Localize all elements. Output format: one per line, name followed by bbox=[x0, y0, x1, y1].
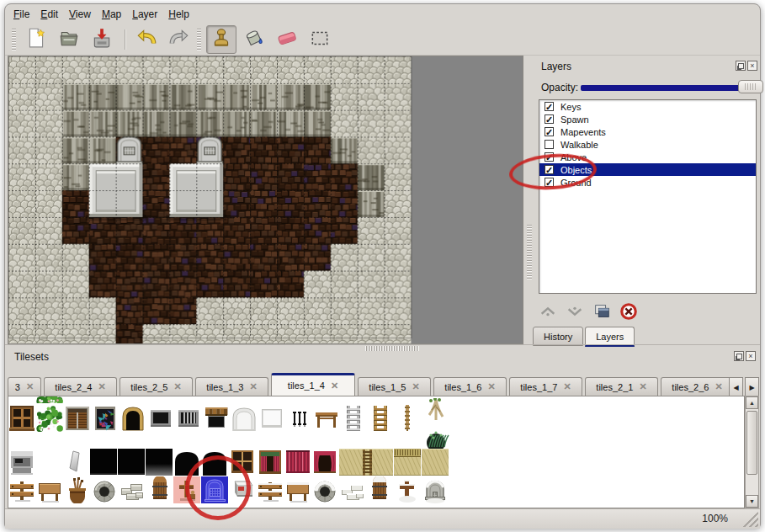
tileset-tab-tiles_2_6[interactable]: tiles_2_6✕ bbox=[661, 377, 734, 396]
select-tool-button[interactable] bbox=[305, 25, 335, 54]
toolbar-drag-handle[interactable] bbox=[197, 29, 201, 51]
tileset-tile-roots[interactable] bbox=[422, 398, 449, 425]
tileset-tile-white-arch[interactable] bbox=[231, 405, 258, 432]
tileset-tile-stone-chip[interactable] bbox=[62, 449, 89, 476]
tileset-tab-tiles_2_4[interactable]: tiles_2_4✕ bbox=[44, 377, 117, 396]
tileset-tile-board-sign[interactable] bbox=[36, 476, 63, 503]
tileset-tile-gold-arch-window[interactable] bbox=[120, 405, 146, 432]
tileset-tile-iron-bars[interactable] bbox=[286, 405, 313, 432]
tileset-tab-tiles_1_6[interactable]: tiles_1_6✕ bbox=[433, 377, 507, 396]
tileset-tile-small-dark-window[interactable] bbox=[147, 405, 174, 432]
layer-row[interactable]: ✓Spawn bbox=[539, 113, 756, 125]
tileset-tile-stone-block[interactable] bbox=[229, 476, 256, 503]
tileset-tile-red-curtain[interactable] bbox=[284, 449, 311, 476]
tileset-tile-shuttered-window[interactable] bbox=[64, 405, 91, 432]
menu-item-map[interactable]: Map bbox=[100, 7, 130, 22]
layer-checkbox[interactable]: ✓ bbox=[545, 102, 554, 111]
tileset-tile-snowy-barrel[interactable] bbox=[366, 476, 393, 503]
layer-row[interactable]: ✓Mapevents bbox=[539, 125, 756, 138]
tab-scroll-left-button[interactable]: ◀ bbox=[729, 377, 743, 397]
tab-close-icon[interactable]: ✕ bbox=[715, 381, 722, 392]
layer-row[interactable]: ✓Keys bbox=[539, 100, 756, 113]
objects-layer-row[interactable]: ✓Objects bbox=[539, 163, 756, 176]
tileset-tab-tiles_1_5[interactable]: tiles_1_5✕ bbox=[358, 377, 431, 396]
tileset-tab-3[interactable]: 3✕ bbox=[8, 377, 41, 396]
open-button[interactable] bbox=[54, 25, 84, 54]
stamp-tool-button[interactable] bbox=[206, 25, 236, 54]
menu-item-edit[interactable]: Edit bbox=[39, 7, 67, 22]
scroll-down-button[interactable]: ▼ bbox=[746, 495, 758, 508]
tileset-tile-red-curtain-open[interactable] bbox=[311, 449, 338, 476]
toolbar-drag-handle[interactable] bbox=[12, 29, 16, 51]
undo-button[interactable] bbox=[131, 25, 162, 54]
layer-checkbox[interactable]: ✓ bbox=[545, 165, 554, 174]
tab-close-icon[interactable]: ✕ bbox=[487, 381, 495, 392]
layer-down-button[interactable] bbox=[565, 302, 585, 322]
menu-item-view[interactable]: View bbox=[67, 7, 100, 22]
tab-close-icon[interactable]: ✕ bbox=[563, 381, 571, 392]
tileset-tile-stick-basket[interactable] bbox=[64, 476, 91, 503]
tab-close-icon[interactable]: ✕ bbox=[173, 381, 181, 392]
tileset-tile-snowy-stones[interactable] bbox=[339, 476, 366, 503]
map-canvas[interactable] bbox=[8, 56, 523, 344]
tileset-tile-dark-hole[interactable] bbox=[118, 449, 145, 476]
tileset-tile-dark-arch[interactable] bbox=[201, 449, 228, 476]
tileset-tile-steel-ladder[interactable] bbox=[340, 405, 367, 432]
panel-restore-button[interactable] bbox=[734, 351, 744, 361]
eraser-tool-button[interactable] bbox=[272, 25, 302, 54]
vertical-splitter[interactable] bbox=[527, 56, 533, 346]
resize-grip-icon[interactable] bbox=[740, 512, 758, 527]
layer-checkbox[interactable]: ✓ bbox=[545, 178, 554, 187]
tileset-tab-tiles_2_5[interactable]: tiles_2_5✕ bbox=[120, 377, 193, 396]
tileset-tile-snowy-plank-sign[interactable] bbox=[257, 476, 284, 503]
layer-row[interactable]: Walkable bbox=[539, 138, 756, 151]
opacity-slider-track[interactable] bbox=[581, 85, 746, 91]
tileset-tile-plank-sign[interactable] bbox=[8, 476, 35, 503]
layer-row[interactable]: ✓Ground bbox=[539, 176, 756, 189]
redo-button[interactable] bbox=[164, 25, 194, 54]
menu-item-layer[interactable]: Layer bbox=[130, 7, 167, 22]
layer-checkbox[interactable]: ✓ bbox=[545, 127, 554, 136]
tileset-tile-lattice-window[interactable] bbox=[229, 449, 256, 476]
layer-duplicate-button[interactable] bbox=[592, 302, 612, 322]
tileset-tile-grave-cross[interactable] bbox=[173, 476, 200, 503]
tileset-tile-tan-floor-ladder[interactable] bbox=[339, 449, 393, 476]
tileset-tile-barrel[interactable] bbox=[146, 476, 173, 503]
scroll-up-button[interactable]: ▲ bbox=[746, 396, 758, 409]
layer-checkbox[interactable]: ✓ bbox=[545, 114, 554, 124]
fill-tool-button[interactable] bbox=[239, 25, 269, 54]
tileset-tile-rope-ladder[interactable] bbox=[367, 405, 394, 432]
layer-row[interactable]: ✓Above bbox=[539, 151, 756, 163]
tileset-tile-snowy-cross[interactable] bbox=[394, 476, 421, 503]
tileset-tab-tiles_1_7[interactable]: tiles_1_7✕ bbox=[509, 377, 582, 396]
tileset-tile-flower-box[interactable] bbox=[36, 405, 63, 432]
tileset-tile-stained-glass-window[interactable] bbox=[92, 405, 119, 432]
panel-close-button[interactable]: × bbox=[747, 61, 757, 71]
tab-close-icon[interactable]: ✕ bbox=[98, 381, 105, 392]
scrollbar-thumb[interactable] bbox=[746, 411, 757, 475]
tileset-tile-barred-window[interactable] bbox=[175, 405, 202, 432]
layer-delete-button[interactable] bbox=[619, 302, 639, 322]
tileset-tile-stove[interactable] bbox=[8, 449, 35, 476]
tileset-tile-wood-window[interactable] bbox=[8, 405, 35, 432]
tileset-tile-stone-well[interactable] bbox=[91, 476, 118, 503]
selected-tileset-tile[interactable] bbox=[201, 476, 228, 503]
splitter-handle[interactable] bbox=[527, 224, 532, 279]
tileset-tile-rope[interactable] bbox=[394, 405, 421, 432]
tileset-tile-awning-window[interactable] bbox=[203, 405, 230, 432]
tileset-tab-tiles_1_3[interactable]: tiles_1_3✕ bbox=[195, 377, 268, 396]
tileset-tab-tiles_1_4[interactable]: tiles_1_4✕ bbox=[271, 373, 355, 396]
menu-item-help[interactable]: Help bbox=[167, 7, 199, 22]
tab-close-icon[interactable]: ✕ bbox=[331, 380, 338, 391]
tileset-tile-snowy-well[interactable] bbox=[311, 476, 338, 503]
tileset-tile-dark-hole-fade[interactable] bbox=[146, 449, 173, 476]
tileset-tile-white-window[interactable] bbox=[258, 405, 285, 432]
opacity-slider-handle[interactable] bbox=[738, 80, 763, 93]
tileset-scrollbar[interactable]: ▲ ▼ bbox=[745, 396, 759, 508]
panel-close-button[interactable]: × bbox=[746, 351, 756, 361]
tab-close-icon[interactable]: ✕ bbox=[412, 381, 419, 392]
layer-checkbox[interactable] bbox=[545, 140, 554, 149]
menu-item-file[interactable]: File bbox=[12, 7, 39, 22]
tileset-tile-tan-floor[interactable] bbox=[422, 449, 449, 476]
tileset-tile-dark-hole[interactable] bbox=[90, 449, 117, 476]
